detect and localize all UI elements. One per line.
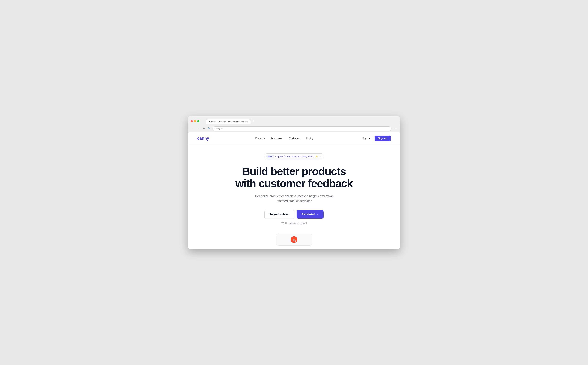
arrow-icon: → <box>316 213 319 216</box>
browser-tabs: Canny — Customer Feedback Management + <box>204 118 258 124</box>
nav-customers[interactable]: Customers <box>287 136 303 141</box>
sign-up-button[interactable]: Sign up <box>375 135 391 141</box>
tab-title: Canny — Customer Feedback Management <box>209 120 248 123</box>
active-tab[interactable]: Canny — Customer Feedback Management <box>206 119 251 124</box>
request-demo-button[interactable]: Request a demo <box>264 210 294 219</box>
browser-chrome: Canny — Customer Feedback Management + ←… <box>188 116 400 133</box>
nav-links: Product ▾ Resources ▾ Customers Pricing <box>253 136 315 141</box>
browser-toolbar: ← → ↻ 🔍 canny.io ··· <box>188 125 400 132</box>
site-logo[interactable]: canny <box>197 136 209 141</box>
g2-logo: G 2 <box>290 236 298 243</box>
back-button[interactable]: ← <box>191 126 195 131</box>
new-badge-label: New <box>267 155 274 158</box>
chevron-down-icon: ▾ <box>283 138 283 140</box>
svg-rect-2 <box>282 223 282 224</box>
badge-arrow-icon: → <box>319 155 321 158</box>
svg-text:G: G <box>293 238 295 242</box>
hero-title: Build better products with customer feed… <box>234 165 354 189</box>
sign-in-button[interactable]: Sign in <box>359 135 373 141</box>
no-cc-text: No credit card required <box>285 222 307 224</box>
hero-section: New Capture feedback automatically with … <box>188 144 400 230</box>
no-credit-card-notice: No credit card required <box>281 222 307 225</box>
more-options-button[interactable]: ··· <box>393 126 397 131</box>
nav-pricing[interactable]: Pricing <box>304 136 315 141</box>
svg-rect-1 <box>281 222 284 223</box>
chevron-down-icon: ▾ <box>264 138 265 140</box>
url-text: canny.io <box>215 127 222 130</box>
close-button[interactable] <box>191 120 193 122</box>
nav-actions: Sign in Sign up <box>359 135 391 141</box>
search-button[interactable]: 🔍 <box>207 126 211 131</box>
new-tab-button[interactable]: + <box>251 118 255 124</box>
svg-rect-0 <box>281 222 284 224</box>
main-nav: canny Product ▾ Resources ▾ Customers Pr… <box>188 133 400 144</box>
traffic-lights <box>191 120 199 122</box>
svg-text:2: 2 <box>295 240 296 242</box>
credit-card-icon <box>281 222 284 225</box>
browser-titlebar: Canny — Customer Feedback Management + <box>188 116 400 125</box>
get-started-button[interactable]: Get started → <box>297 210 324 219</box>
hero-buttons: Request a demo Get started → <box>264 210 324 219</box>
address-bar[interactable]: canny.io <box>212 126 391 131</box>
refresh-button[interactable]: ↻ <box>201 126 206 131</box>
hero-subtitle: Centralize product feedback to uncover i… <box>252 194 336 203</box>
browser-window: Canny — Customer Feedback Management + ←… <box>188 116 400 248</box>
preview-card: G 2 <box>276 234 312 246</box>
nav-product[interactable]: Product ▾ <box>253 136 267 141</box>
minimize-button[interactable] <box>194 120 196 122</box>
maximize-button[interactable] <box>197 120 199 122</box>
preview-area: G 2 <box>188 231 400 249</box>
new-feature-badge[interactable]: New Capture feedback automatically with … <box>264 154 324 159</box>
nav-resources[interactable]: Resources ▾ <box>268 136 285 141</box>
website-content: canny Product ▾ Resources ▾ Customers Pr… <box>188 133 400 248</box>
badge-text: Capture feedback automatically with AI ✨ <box>276 155 318 158</box>
forward-button[interactable]: → <box>196 126 200 131</box>
